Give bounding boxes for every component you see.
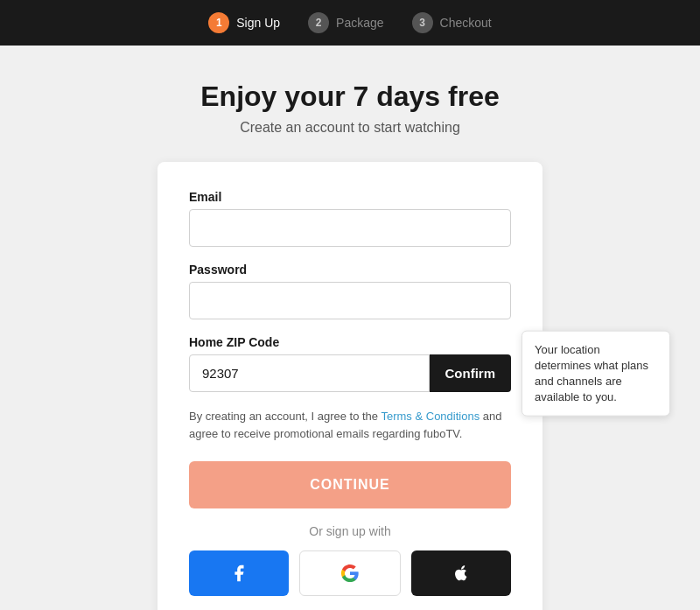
zip-field-group: Home ZIP Code Confirm Your location dete… [189,335,511,392]
main-content: Enjoy your 7 days free Create an account… [0,46,700,610]
step-signup: 1 Sign Up [208,12,280,33]
step-1-label: Sign Up [236,16,280,30]
email-label: Email [189,190,511,204]
password-input[interactable] [189,282,511,319]
step-package: 2 Package [308,12,383,33]
password-field-group: Password [189,263,511,319]
or-divider: Or sign up with [189,524,511,538]
zip-label: Home ZIP Code [189,335,511,349]
page-subtitle: Create an account to start watching [240,120,460,136]
zip-row: Confirm Your location determines what pl… [189,354,511,392]
progress-bar: 1 Sign Up 2 Package 3 Checkout [0,0,700,46]
continue-button[interactable]: CONTINUE [189,461,511,508]
step-1-circle: 1 [208,12,229,33]
email-input[interactable] [189,209,511,247]
facebook-icon [229,564,248,583]
apple-icon [452,564,471,583]
social-buttons [189,550,511,596]
terms-before: By creating an account, I agree to the [189,410,381,423]
step-2-circle: 2 [308,12,329,33]
page-title: Enjoy your 7 days free [200,81,499,113]
zip-tooltip: Your location determines what plans and … [522,330,670,417]
facebook-button[interactable] [189,550,289,596]
terms-link[interactable]: Terms & Conditions [381,410,480,423]
password-label: Password [189,263,511,277]
confirm-button[interactable]: Confirm [430,354,512,392]
step-2-label: Package [336,16,383,30]
google-icon [340,564,360,583]
step-checkout: 3 Checkout [412,12,492,33]
terms-text: By creating an account, I agree to the T… [189,408,511,442]
step-3-circle: 3 [412,12,433,33]
email-field-group: Email [189,190,511,247]
apple-button[interactable] [411,550,511,596]
step-3-label: Checkout [440,16,492,30]
zip-input[interactable] [189,354,430,392]
google-button[interactable] [299,550,401,596]
signup-form-card: Email Password Home ZIP Code Confirm You… [158,162,542,610]
